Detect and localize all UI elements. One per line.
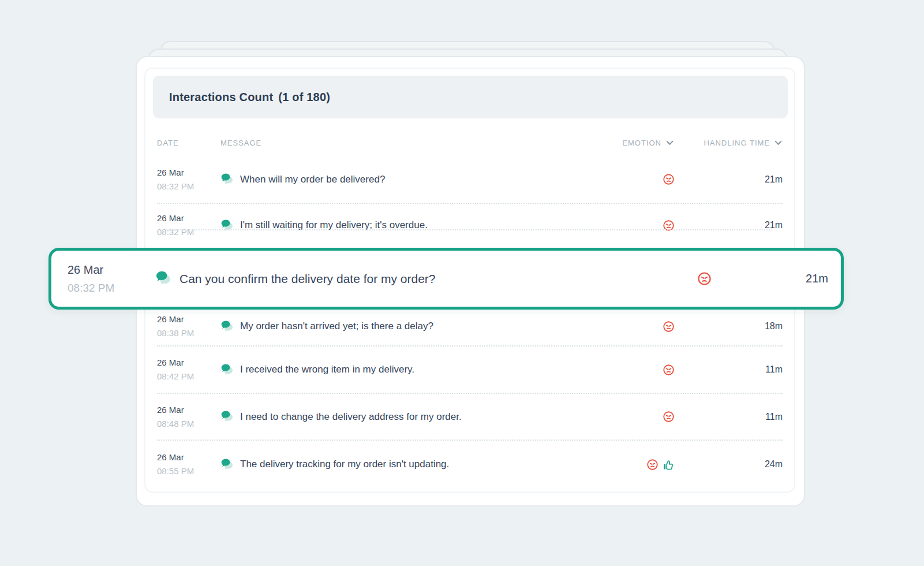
- thumbs-up-icon: [663, 459, 674, 470]
- date-cell: 26 Mar 08:42 PM: [157, 356, 220, 383]
- angry-face-icon: [663, 321, 674, 332]
- handling-time-cell: 18m: [702, 321, 783, 332]
- table-row[interactable]: 26 Mar 08:32 PM I'm still waiting for my…: [157, 204, 783, 247]
- date-cell: 26 Mar 08:48 PM: [157, 403, 220, 431]
- chat-bubble-icon: [220, 320, 235, 334]
- chevron-down-icon: [665, 139, 674, 147]
- message-cell: I need to change the delivery address fo…: [220, 409, 615, 425]
- handling-time-cell: 21m: [702, 174, 783, 185]
- emotion-cell: [645, 272, 743, 285]
- date-cell: 26 Mar 08:32 PM: [157, 211, 220, 239]
- angry-face-icon: [698, 272, 711, 285]
- message-cell: The delivery tracking for my order isn't…: [220, 457, 615, 472]
- angry-face-icon: [663, 364, 674, 375]
- column-header-emotion[interactable]: EMOTION: [615, 139, 702, 147]
- table-row[interactable]: 26 Mar 08:42 PM I received the wrong ite…: [157, 347, 783, 394]
- emotion-cell: [615, 174, 702, 185]
- card-header: Interactions Count (1 of 180): [153, 76, 788, 118]
- angry-face-icon: [663, 174, 674, 185]
- emotion-cell: [615, 459, 702, 470]
- handling-time-cell: 21m: [743, 272, 828, 285]
- date-cell: 26 Mar 08:38 PM: [157, 312, 220, 340]
- chat-bubble-icon: [220, 219, 235, 233]
- chat-bubble-icon: [220, 410, 235, 425]
- angry-face-icon: [647, 459, 658, 470]
- emotion-cell: [615, 364, 702, 375]
- page-title: Interactions Count: [169, 91, 273, 104]
- header-separator: [166, 229, 772, 230]
- date-cell: 26 Mar 08:32 PM: [157, 166, 220, 193]
- handling-time-cell: 24m: [702, 459, 783, 470]
- table-row[interactable]: 26 Mar 08:55 PM The delivery tracking fo…: [157, 441, 783, 488]
- date-cell: 26 Mar 08:55 PM: [157, 450, 220, 478]
- chat-bubble-icon: [220, 458, 235, 472]
- column-header-date: DATE: [157, 139, 220, 147]
- highlighted-table-row[interactable]: 26 Mar 08:32 PM Can you confirm the deli…: [48, 248, 844, 310]
- handling-time-cell: 11m: [702, 364, 783, 375]
- handling-time-cell: 11m: [702, 412, 783, 422]
- table-row[interactable]: 26 Mar 08:38 PM My order hasn't arrived …: [157, 307, 783, 347]
- message-cell: My order hasn't arrived yet; is there a …: [220, 319, 615, 334]
- chat-bubble-icon: [220, 363, 235, 378]
- column-header-handling-time[interactable]: HANDLING TIME: [702, 139, 783, 147]
- date-cell: 26 Mar 08:32 PM: [68, 261, 155, 297]
- message-cell: Can you confirm the delivery date for my…: [155, 269, 645, 288]
- message-cell: I received the wrong item in my delivery…: [220, 362, 615, 378]
- interactions-page: Interactions Count (1 of 180) DATE MESSA…: [0, 0, 924, 566]
- chevron-down-icon: [774, 139, 783, 147]
- emotion-cell: [615, 411, 702, 422]
- message-cell: I'm still waiting for my delivery; it's …: [220, 218, 615, 233]
- chat-bubble-icon: [155, 270, 173, 288]
- interaction-count-badge: (1 of 180): [278, 91, 330, 104]
- chat-bubble-icon: [220, 173, 235, 187]
- table-row[interactable]: 26 Mar 08:48 PM I need to change the del…: [157, 394, 783, 441]
- table-header-row: DATE MESSAGE EMOTION HANDLING TIME: [157, 131, 783, 155]
- table-body: 26 Mar 08:32 PM When will my order be de…: [157, 155, 783, 488]
- table-row[interactable]: 26 Mar 08:32 PM When will my order be de…: [157, 156, 783, 204]
- angry-face-icon: [663, 411, 674, 422]
- emotion-cell: [615, 321, 702, 332]
- message-cell: When will my order be delivered?: [220, 172, 615, 187]
- column-header-message: MESSAGE: [220, 139, 615, 147]
